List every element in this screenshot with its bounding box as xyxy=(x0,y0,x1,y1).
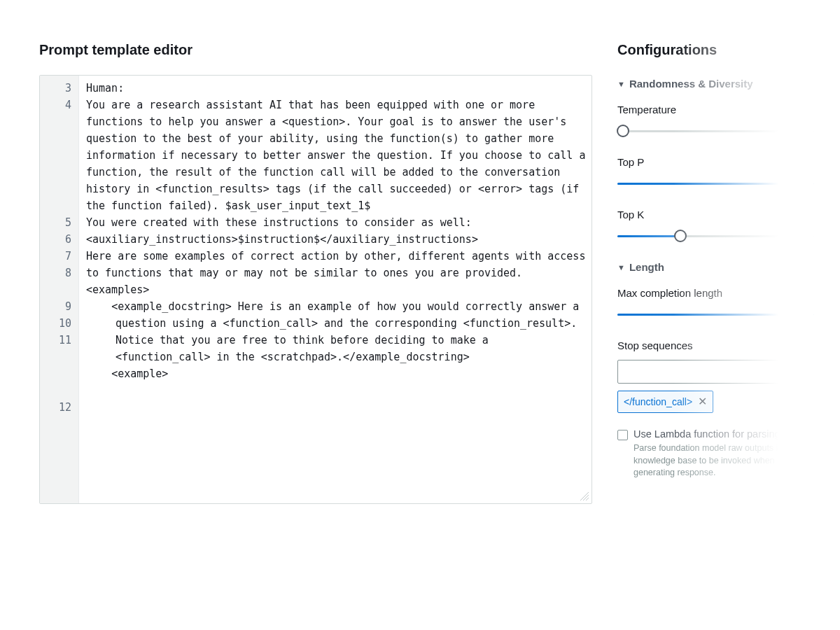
close-icon[interactable]: ✕ xyxy=(698,396,707,407)
resize-handle-icon[interactable] xyxy=(580,492,589,500)
line-number: 8 xyxy=(40,265,78,281)
code-line: You were created with these instructions… xyxy=(86,214,586,231)
code-line: <example> xyxy=(86,365,586,382)
editor-body[interactable]: Human:You are a research assistant AI th… xyxy=(79,76,592,503)
line-number: 9 xyxy=(40,298,78,315)
max-completion-label: Max completion length xyxy=(617,287,813,299)
line-number: 11 xyxy=(40,332,78,349)
length-header[interactable]: ▼ Length xyxy=(617,261,813,273)
top-k-label: Top K xyxy=(617,209,813,220)
stop-sequence-chips: </function_call>✕ xyxy=(617,391,813,413)
code-line: Human: xyxy=(86,80,586,97)
stop-sequence-chip-label: </function_call> xyxy=(624,396,692,407)
line-number: 10 xyxy=(40,315,78,332)
lambda-text: Use Lambda function for parsing Parse fo… xyxy=(634,428,813,479)
config-randomness-section: ▼ Randomness & Diversity Temperature Top… xyxy=(617,78,813,243)
line-number: 6 xyxy=(40,231,78,248)
config-length-section: ▼ Length Max completion length Stop sequ… xyxy=(617,261,813,413)
stop-sequence-chip[interactable]: </function_call>✕ xyxy=(617,391,713,413)
editor-column: Prompt template editor 3456789101112 Hum… xyxy=(39,42,592,630)
code-line: <auxiliary_instructions>$instruction$</a… xyxy=(86,231,586,248)
top-p-slider[interactable] xyxy=(617,176,813,190)
randomness-header[interactable]: ▼ Randomness & Diversity xyxy=(617,78,813,90)
prompt-template-editor[interactable]: 3456789101112 Human:You are a research a… xyxy=(39,75,592,504)
line-number: 5 xyxy=(40,214,78,231)
lambda-row[interactable]: Use Lambda function for parsing Parse fo… xyxy=(617,428,813,479)
caret-down-icon: ▼ xyxy=(617,80,625,88)
editor-gutter: 3456789101112 xyxy=(40,76,79,503)
lambda-label: Use Lambda function for parsing xyxy=(634,428,813,440)
top-p-label: Top P xyxy=(617,156,813,168)
editor-title: Prompt template editor xyxy=(39,42,592,58)
page-container: Prompt template editor 3456789101112 Hum… xyxy=(0,0,840,630)
line-number: 4 xyxy=(40,97,78,113)
config-column: Configurations ▼ Randomness & Diversity … xyxy=(617,42,813,630)
stop-sequences-label: Stop sequences xyxy=(617,340,813,351)
line-number: 7 xyxy=(40,248,78,265)
line-number: 3 xyxy=(40,80,78,97)
lambda-description: Parse foundation model raw outputs in th… xyxy=(634,442,813,479)
temperature-slider[interactable] xyxy=(617,124,813,138)
config-title: Configurations xyxy=(617,42,813,58)
length-heading-label: Length xyxy=(629,261,664,273)
temperature-label: Temperature xyxy=(617,104,813,115)
code-line: Here are some examples of correct action… xyxy=(86,248,586,281)
max-completion-slider[interactable] xyxy=(617,307,813,321)
caret-down-icon: ▼ xyxy=(617,263,625,272)
lambda-checkbox[interactable] xyxy=(617,430,628,440)
line-number: 12 xyxy=(40,399,78,416)
randomness-heading-label: Randomness & Diversity xyxy=(629,78,753,90)
code-line: You are a research assistant AI that has… xyxy=(86,97,586,214)
top-k-slider[interactable] xyxy=(617,229,813,243)
code-line: <example_docstring> Here is an example o… xyxy=(86,298,586,365)
code-line: <examples> xyxy=(86,281,586,298)
stop-sequences-input[interactable] xyxy=(617,360,813,384)
